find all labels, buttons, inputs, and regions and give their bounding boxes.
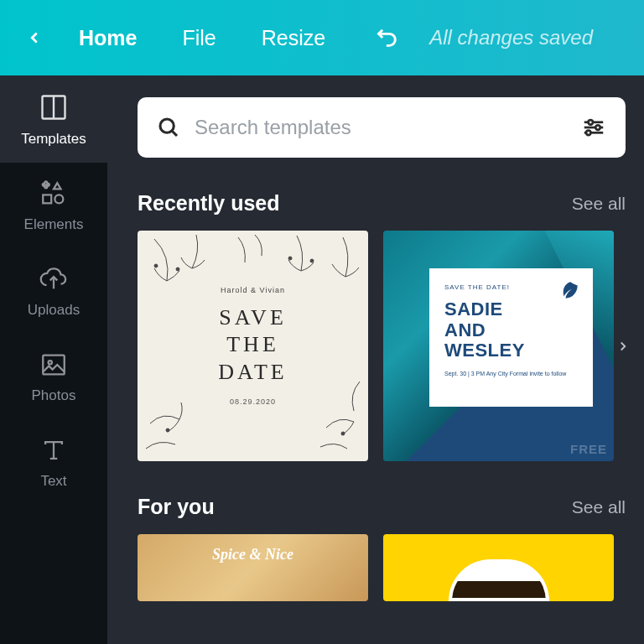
section-title: Recently used bbox=[138, 191, 280, 216]
svg-point-16 bbox=[586, 131, 591, 136]
template-card[interactable]: SAVE THE DATE! SADIE AND WESLEY Sept. 30… bbox=[383, 231, 614, 461]
coffee-cup-graphic bbox=[449, 559, 549, 601]
svg-rect-5 bbox=[43, 356, 65, 375]
section-title: For you bbox=[138, 495, 215, 519]
nav-resize[interactable]: Resize bbox=[243, 18, 344, 59]
see-all-link[interactable]: See all bbox=[572, 497, 626, 517]
sidebar-item-templates[interactable]: Templates bbox=[0, 75, 107, 163]
svg-rect-2 bbox=[43, 195, 51, 203]
svg-point-19 bbox=[288, 257, 292, 260]
template-name-line: WESLEY bbox=[444, 340, 578, 361]
svg-point-3 bbox=[55, 195, 63, 203]
sidebar-item-label: Templates bbox=[21, 131, 86, 148]
photos-icon bbox=[39, 351, 69, 379]
search-bar[interactable] bbox=[138, 97, 626, 158]
svg-point-6 bbox=[49, 361, 52, 364]
svg-point-17 bbox=[154, 264, 158, 267]
text-icon bbox=[39, 436, 69, 465]
leaf-icon bbox=[559, 280, 581, 302]
svg-point-9 bbox=[160, 119, 174, 132]
free-badge: FREE bbox=[570, 442, 607, 456]
svg-point-12 bbox=[589, 120, 594, 125]
search-input[interactable] bbox=[195, 116, 567, 139]
template-names: Harold & Vivian bbox=[221, 286, 285, 294]
section-for-you: For you See all Spice & Nice bbox=[138, 495, 644, 601]
svg-point-22 bbox=[341, 432, 345, 435]
content-panel: Recently used See all bbox=[107, 75, 644, 644]
sidebar-item-label: Uploads bbox=[28, 302, 80, 319]
see-all-link[interactable]: See all bbox=[572, 194, 626, 214]
template-name-line: AND bbox=[444, 320, 578, 341]
sidebar-item-label: Photos bbox=[32, 387, 76, 404]
templates-icon bbox=[39, 92, 69, 122]
template-title: Spice & Nice bbox=[212, 546, 293, 564]
card-carousel: Harold & Vivian SAVE THE DATE 08.29.2020 bbox=[138, 231, 644, 461]
undo-icon bbox=[373, 26, 402, 49]
carousel-next-button[interactable] bbox=[607, 327, 639, 366]
sidebar: Templates Elements Uploads Pho bbox=[0, 75, 107, 644]
template-meta: Sept. 30 | 3 PM Any City Formal invite t… bbox=[444, 370, 578, 377]
filters-button[interactable] bbox=[580, 115, 607, 140]
svg-point-18 bbox=[176, 267, 179, 271]
back-button[interactable] bbox=[17, 17, 52, 59]
sidebar-item-photos[interactable]: Photos bbox=[0, 334, 107, 419]
template-inner: SAVE THE DATE! SADIE AND WESLEY Sept. 30… bbox=[429, 268, 593, 407]
nav-home[interactable]: Home bbox=[60, 18, 155, 59]
chevron-left-icon bbox=[25, 25, 44, 50]
sidebar-item-label: Elements bbox=[24, 216, 84, 233]
sidebar-item-label: Text bbox=[40, 473, 66, 490]
chevron-right-icon bbox=[615, 335, 631, 357]
sliders-icon bbox=[580, 115, 607, 140]
uploads-icon bbox=[39, 265, 69, 293]
search-icon bbox=[156, 115, 181, 140]
sidebar-item-elements[interactable]: Elements bbox=[0, 163, 107, 248]
template-card[interactable] bbox=[383, 534, 614, 601]
template-small: SAVE THE DATE! bbox=[444, 283, 578, 291]
card-carousel: Spice & Nice bbox=[138, 534, 644, 601]
sidebar-item-uploads[interactable]: Uploads bbox=[0, 248, 107, 334]
template-headline: SAVE THE DATE bbox=[218, 304, 287, 387]
template-card[interactable]: Harold & Vivian SAVE THE DATE 08.29.2020 bbox=[138, 231, 368, 461]
elements-icon bbox=[39, 179, 69, 208]
template-date: 08.29.2020 bbox=[230, 397, 276, 406]
template-card[interactable]: Spice & Nice bbox=[138, 534, 368, 601]
template-name-line: SADIE bbox=[444, 299, 578, 320]
undo-button[interactable] bbox=[361, 18, 414, 58]
section-recently-used: Recently used See all bbox=[138, 191, 644, 461]
nav-file[interactable]: File bbox=[164, 18, 234, 59]
sidebar-item-text[interactable]: Text bbox=[0, 419, 107, 505]
svg-point-21 bbox=[166, 428, 169, 432]
svg-point-20 bbox=[310, 259, 314, 262]
top-nav: Home File Resize All changes saved bbox=[0, 0, 644, 75]
svg-line-10 bbox=[172, 131, 177, 136]
save-status: All changes saved bbox=[429, 26, 593, 49]
svg-point-14 bbox=[595, 125, 600, 130]
